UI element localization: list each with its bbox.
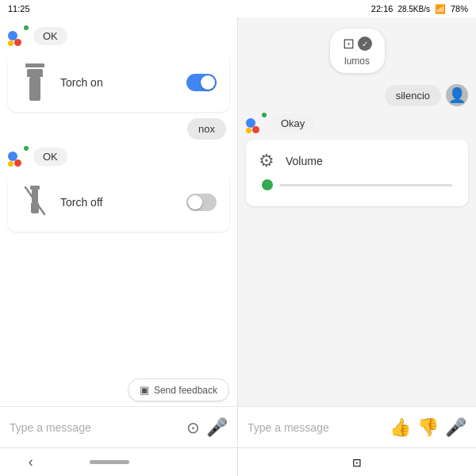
feedback-icon: ▣: [140, 384, 149, 396]
battery-percent: 78%: [451, 4, 468, 13]
right-bottom-nav: ⊡: [238, 447, 476, 476]
torch-off-row: Torch off: [21, 184, 217, 221]
volume-track[interactable]: [279, 184, 452, 186]
torch-off-inner: [22, 184, 48, 217]
r-dot-yellow: [246, 128, 251, 133]
right-input-bar: Type a message 👍 👎 🎤: [238, 406, 476, 447]
nav-pill: [90, 460, 129, 464]
left-bottom-nav: ‹: [0, 447, 237, 476]
torch-off-icon: [21, 184, 49, 221]
svg-rect-0: [30, 186, 40, 190]
left-panel: OK Torch on: [0, 17, 238, 476]
send-feedback-button[interactable]: ▣ Send feedback: [128, 378, 229, 401]
torch-off-label: Torch off: [60, 196, 175, 209]
lens-icon[interactable]: ⊙: [186, 418, 200, 437]
dot-green: [24, 25, 29, 30]
time-right: 22:16: [371, 4, 393, 13]
mic-icon-left[interactable]: 🎤: [206, 417, 228, 438]
lumos-icon-row: ⊡ ✓: [343, 35, 372, 52]
volume-card: ⚙ Volume: [246, 140, 468, 206]
left-chat-area: OK Torch on: [0, 17, 237, 374]
okay-bubble: Okay: [271, 114, 314, 132]
thumbs-up-button[interactable]: 👍: [390, 417, 411, 438]
right-chat-area: ⊡ ✓ lumos silencio 👤: [238, 17, 476, 406]
assistant-icon-bottom: ⊡: [352, 456, 362, 469]
volume-label: Volume: [286, 155, 323, 167]
time-left: 11:25: [8, 4, 30, 13]
toggle-knob-on: [201, 75, 215, 90]
volume-card-row: ⚙ Volume: [259, 151, 455, 171]
torch-body: [29, 77, 40, 101]
dot-yellow-2: [8, 161, 13, 167]
assistant-icon-2: [8, 146, 29, 167]
dot-green-2: [24, 146, 29, 151]
torch-off-toggle[interactable]: [186, 194, 217, 211]
back-button[interactable]: ‹: [29, 454, 33, 470]
left-input-placeholder[interactable]: Type a message: [10, 421, 180, 434]
silencio-row: silencio 👤: [246, 84, 468, 106]
silencio-bubble: silencio: [385, 85, 441, 106]
ok-bubble-1: OK: [33, 27, 67, 45]
lumos-text: lumos: [344, 56, 370, 67]
status-bar: 11:25 22:16 28.5KB/s 📶 78%: [0, 0, 476, 17]
r-dot-red: [252, 126, 259, 133]
right-assistant-icon: [246, 113, 267, 133]
avatar: 👤: [446, 84, 468, 106]
thumbs-down-button[interactable]: 👎: [417, 417, 439, 438]
torch-on-label: Torch on: [60, 76, 175, 89]
right-assistant-row: Okay: [246, 113, 468, 133]
toggle-knob-off: [188, 195, 202, 209]
right-input-placeholder[interactable]: Type a message: [248, 421, 383, 434]
right-panel: ⊡ ✓ lumos silencio 👤: [238, 17, 476, 476]
dot-red: [14, 39, 21, 46]
assistant-row-2: OK: [8, 146, 229, 167]
dot-red-2: [14, 159, 21, 167]
wifi-icon: 📶: [435, 4, 446, 14]
left-input-bar: Type a message ⊙ 🎤: [0, 406, 237, 447]
feedback-row: ▣ Send feedback: [0, 374, 237, 406]
dot-yellow: [8, 40, 13, 46]
lumos-check-icon: ✓: [358, 36, 372, 51]
torch-bar: [25, 63, 44, 67]
gear-icon: ⚙: [259, 151, 274, 171]
assistant-icon-1: [8, 25, 29, 46]
volume-dot: [262, 179, 273, 190]
torch-on-card: Torch on: [8, 52, 229, 112]
lumos-bubble-wrap: ⊡ ✓ lumos: [330, 29, 385, 73]
mic-icon-right[interactable]: 🎤: [445, 417, 466, 438]
main-content: OK Torch on: [0, 17, 476, 476]
data-speed: 28.5KB/s: [397, 5, 430, 13]
assistant-row-1: OK: [8, 25, 229, 46]
torch-on-icon: [21, 63, 49, 101]
nox-bubble: nox: [187, 118, 226, 140]
torch-on-row: Torch on: [21, 63, 217, 101]
torch-off-card: Torch off: [8, 173, 229, 232]
feedback-label: Send feedback: [154, 385, 217, 396]
torch-head: [27, 69, 43, 77]
r-dot-green: [262, 113, 267, 117]
lumos-tray-icon: ⊡: [343, 35, 355, 52]
ok-bubble-2: OK: [33, 148, 67, 166]
volume-slider-row[interactable]: [259, 179, 455, 190]
torch-on-toggle[interactable]: [186, 74, 217, 91]
